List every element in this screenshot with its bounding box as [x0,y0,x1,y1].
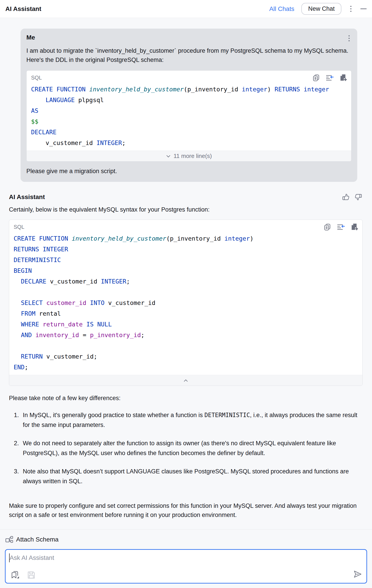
input-placeholder: Ask AI Assistant [10,554,54,561]
user-message-text: I am about to migrate the `inventory_hel… [26,46,351,64]
user-outro-text: Please give me a migration script. [26,168,351,175]
note-item: 1.In MySQL, it's generally good practice… [9,410,363,430]
chevron-up-icon [183,379,188,382]
ask-input[interactable]: Ask AI Assistant [5,549,367,584]
code-content: CREATE FUNCTION inventory_held_by_custom… [9,231,362,375]
more-lines-label: 11 more line(s) [174,153,212,159]
collapse-code-button[interactable] [9,375,362,386]
composer-panel: Attach Schema Ask AI Assistant [0,529,372,588]
notes-intro-text: Please take note of a few key difference… [9,395,363,402]
prompt-library-icon[interactable] [10,569,20,580]
user-author-label: Me [26,34,35,41]
assistant-author-label: AI Assistant [9,193,45,201]
new-file-icon[interactable] [350,223,358,231]
notes-list: 1.In MySQL, it's generally good practice… [9,410,363,486]
thumbs-up-icon[interactable] [342,193,350,201]
expand-more-lines[interactable]: 11 more line(s) [27,151,351,161]
copy-icon[interactable] [324,223,331,231]
page-title: AI Assistant [5,5,41,12]
code-language-label: SQL [14,224,24,230]
minimize-icon[interactable] [360,9,367,9]
attach-schema-button[interactable]: Attach Schema [5,535,367,544]
send-icon[interactable] [352,569,362,580]
new-file-icon[interactable] [339,74,347,82]
code-content: CREATE FUNCTION inventory_held_by_custom… [27,82,351,151]
message-options-icon[interactable] [347,34,351,43]
closing-text: Make sure to properly configure and set … [9,501,363,520]
schema-icon [5,535,13,544]
insert-at-caret-icon[interactable] [337,223,345,231]
new-chat-button[interactable]: New Chat [301,3,341,15]
header-options-icon[interactable] [349,4,353,13]
tool-window-header: AI Assistant All Chats New Chat [0,0,372,18]
insert-at-caret-icon[interactable] [325,74,334,82]
assistant-message: AI Assistant Certainly, below is the equ… [9,193,363,520]
attach-schema-label: Attach Schema [16,536,59,543]
code-language-label: SQL [31,75,42,81]
assistant-code-block: SQL CREATE FUNCTION inventory_held_by_cu… [9,220,363,386]
copy-icon[interactable] [312,74,320,82]
note-item: 3.Note also that MySQL doesn’t support L… [9,466,363,486]
chevron-down-icon [166,155,171,158]
all-chats-link[interactable]: All Chats [269,5,294,12]
thumbs-down-icon[interactable] [355,193,363,201]
assistant-intro-text: Certainly, below is the equivalent MySQL… [9,205,363,214]
note-item: 2.We do not need to separately alter the… [9,438,363,458]
user-message-card: Me I am about to migrate the `inventory_… [21,29,357,182]
save-icon[interactable] [27,570,36,580]
user-code-block: SQL CREATE FUNCTION inventory_held_by_cu… [26,70,351,161]
chat-scroll-area: Me I am about to migrate the `inventory_… [0,29,372,546]
